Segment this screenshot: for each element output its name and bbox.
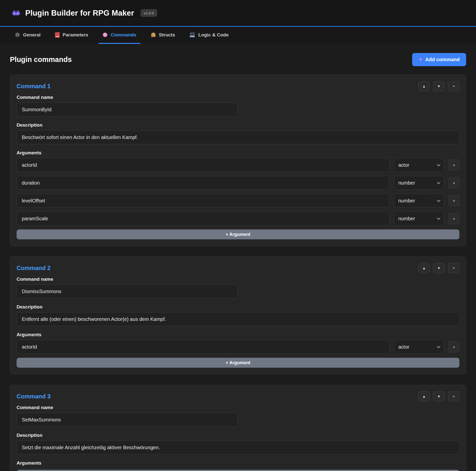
tab-parameters[interactable]: Parameters	[51, 27, 92, 44]
command-name-label: Command name	[17, 405, 459, 410]
command-name-label: Command name	[17, 95, 459, 100]
argument-name-input[interactable]	[17, 194, 390, 208]
add-argument-button[interactable]: + Argument	[17, 229, 459, 239]
gamepad-icon	[12, 10, 20, 16]
command-card-controls: ▲ ▼ ×	[418, 391, 459, 401]
move-command-down-button[interactable]: ▼	[433, 263, 445, 273]
tab-label: Commands	[111, 32, 136, 38]
command-card-1: Command 1 ▲ ▼ × Command name Description…	[10, 75, 466, 246]
argument-type-select[interactable]: number	[394, 176, 444, 190]
move-command-down-button[interactable]: ▼	[433, 391, 445, 401]
command-card-controls: ▲ ▼ ×	[418, 81, 459, 91]
argument-type-select-wrap: number	[394, 212, 444, 225]
remove-argument-button[interactable]: ×	[449, 195, 459, 206]
description-input[interactable]	[17, 312, 459, 326]
command-card-head: Command 2 ▲ ▼ ×	[17, 263, 459, 273]
arguments-label: Arguments	[17, 332, 459, 337]
argument-row: number ×	[17, 176, 459, 190]
arrow-down-icon: ▼	[437, 394, 441, 398]
arrow-up-icon: ▲	[422, 266, 426, 270]
book-icon	[55, 32, 60, 38]
app-title: Plugin Builder for RPG Maker	[25, 9, 134, 18]
description-input[interactable]	[17, 441, 459, 454]
command-card-head: Command 1 ▲ ▼ ×	[17, 81, 459, 91]
argument-row: number ×	[17, 194, 459, 208]
remove-command-button[interactable]: ×	[448, 81, 459, 91]
remove-command-button[interactable]: ×	[448, 391, 459, 401]
tab-bar: GeneralParametersCommandsStructsLogic & …	[0, 27, 476, 44]
command-card-head: Command 3 ▲ ▼ ×	[17, 391, 459, 401]
argument-list: actor ×	[17, 340, 459, 354]
move-command-down-button[interactable]: ▼	[433, 81, 445, 91]
close-icon: ×	[453, 345, 455, 349]
argument-name-input[interactable]	[17, 212, 390, 225]
arguments-label: Arguments	[17, 460, 459, 466]
argument-row: number ×	[17, 212, 459, 225]
arrow-down-icon: ▼	[437, 266, 441, 270]
arrow-up-icon: ▲	[422, 394, 426, 398]
main-content: Plugin commands + Add command Command 1 …	[0, 44, 476, 471]
tab-commands[interactable]: Commands	[99, 27, 140, 44]
command-name-input[interactable]	[17, 413, 238, 427]
add-command-button[interactable]: + Add command	[412, 53, 466, 66]
add-command-label: Add command	[425, 57, 460, 62]
tab-general[interactable]: General	[11, 27, 45, 44]
argument-type-select[interactable]: number	[394, 194, 444, 208]
laptop-icon	[189, 32, 195, 37]
command-card-title: Command 2	[17, 265, 50, 272]
page-head: Plugin commands + Add command	[10, 53, 466, 66]
move-command-up-button[interactable]: ▲	[418, 263, 430, 273]
description-input[interactable]	[17, 130, 459, 144]
tab-logic-code[interactable]: Logic & Code	[185, 27, 232, 44]
gear-icon	[15, 32, 20, 37]
remove-argument-button[interactable]: ×	[449, 213, 459, 224]
tab-label: Structs	[159, 32, 175, 38]
plus-icon: +	[419, 56, 423, 63]
remove-argument-button[interactable]: ×	[449, 160, 459, 170]
argument-type-select-wrap: number	[394, 176, 444, 190]
app-header: Plugin Builder for RPG Maker v1.0.0	[0, 0, 476, 27]
argument-type-select-wrap: number	[394, 194, 444, 208]
argument-row: actor ×	[17, 340, 459, 354]
tab-structs[interactable]: Structs	[147, 27, 179, 44]
tab-label: Parameters	[63, 32, 88, 38]
argument-name-input[interactable]	[17, 340, 390, 354]
arguments-label: Arguments	[17, 150, 459, 156]
argument-type-select[interactable]: number	[394, 212, 444, 225]
page-title: Plugin commands	[10, 55, 72, 64]
argument-name-input[interactable]	[17, 158, 390, 172]
tab-label: Logic & Code	[198, 32, 228, 38]
argument-type-select-wrap: actor	[394, 340, 444, 354]
argument-row: actor ×	[17, 158, 459, 172]
command-card-2: Command 2 ▲ ▼ × Command name Description…	[10, 256, 466, 374]
argument-type-select[interactable]: actor	[394, 158, 444, 172]
command-card-title: Command 1	[17, 83, 50, 90]
command-card-title: Command 3	[17, 393, 50, 400]
add-argument-button[interactable]: + Argument	[17, 470, 459, 471]
close-icon: ×	[453, 163, 455, 167]
command-name-input[interactable]	[17, 103, 238, 116]
move-command-up-button[interactable]: ▲	[418, 81, 430, 91]
close-icon: ×	[453, 84, 455, 88]
remove-argument-button[interactable]: ×	[449, 341, 459, 352]
command-card-3: Command 3 ▲ ▼ × Command name Description…	[10, 385, 466, 471]
argument-type-select[interactable]: actor	[394, 340, 444, 354]
argument-name-input[interactable]	[17, 176, 390, 190]
remove-command-button[interactable]: ×	[448, 263, 459, 273]
move-command-up-button[interactable]: ▲	[418, 391, 430, 401]
close-icon: ×	[453, 266, 455, 270]
arrow-down-icon: ▼	[437, 84, 441, 88]
target-icon	[102, 32, 108, 37]
description-label: Description	[17, 433, 459, 438]
version-badge: v1.0.0	[141, 9, 157, 17]
add-argument-button[interactable]: + Argument	[17, 358, 459, 368]
command-card-controls: ▲ ▼ ×	[418, 263, 459, 273]
box-icon	[151, 32, 156, 37]
description-label: Description	[17, 304, 459, 310]
description-label: Description	[17, 122, 459, 128]
command-name-input[interactable]	[17, 284, 238, 298]
close-icon: ×	[453, 199, 455, 203]
remove-argument-button[interactable]: ×	[449, 177, 459, 188]
tab-label: General	[23, 32, 41, 38]
close-icon: ×	[453, 181, 455, 185]
